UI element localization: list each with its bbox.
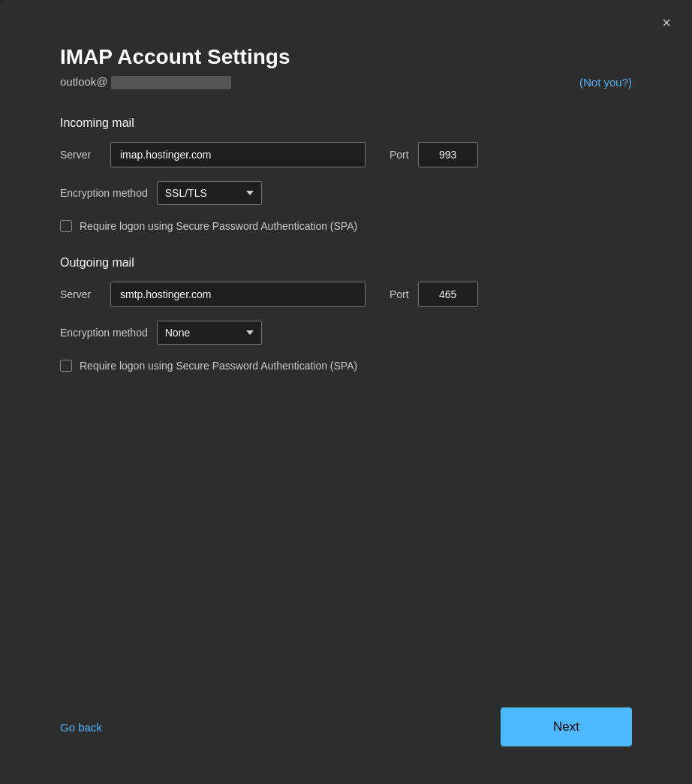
email-display: outlook@	[60, 75, 231, 89]
outgoing-mail-section: Outgoing mail Server Port Encryption met…	[60, 256, 632, 396]
subtitle-row: outlook@ (Not you?)	[60, 75, 632, 89]
incoming-mail-section: Incoming mail Server Port Encryption met…	[60, 116, 632, 256]
close-button[interactable]: ×	[656, 12, 677, 33]
incoming-port-input[interactable]	[418, 142, 478, 167]
incoming-server-row: Server Port	[60, 142, 632, 167]
dialog-title: IMAP Account Settings	[60, 45, 632, 69]
outgoing-encryption-select[interactable]: None SSL/TLS STARTTLS	[157, 321, 262, 345]
email-mask	[111, 76, 231, 89]
incoming-server-input[interactable]	[110, 142, 366, 167]
outgoing-server-input[interactable]	[110, 282, 366, 307]
outgoing-server-row: Server Port	[60, 282, 632, 307]
incoming-server-label: Server	[60, 149, 101, 161]
dialog-content: IMAP Account Settings outlook@ (Not you?…	[0, 0, 692, 692]
incoming-spa-row: Require logon using Secure Password Auth…	[60, 220, 632, 232]
incoming-encryption-select[interactable]: None SSL/TLS STARTTLS	[157, 181, 262, 205]
dialog-footer: Go back Next	[0, 692, 692, 784]
incoming-encryption-row: Encryption method None SSL/TLS STARTTLS	[60, 181, 632, 205]
incoming-encryption-label: Encryption method	[60, 187, 148, 199]
outgoing-spa-checkbox[interactable]	[60, 360, 72, 372]
outgoing-encryption-row: Encryption method None SSL/TLS STARTTLS	[60, 321, 632, 345]
outgoing-spa-label: Require logon using Secure Password Auth…	[80, 360, 357, 372]
outgoing-port-label: Port	[390, 288, 409, 300]
outgoing-section-label: Outgoing mail	[60, 256, 632, 270]
incoming-port-label: Port	[390, 149, 409, 161]
next-button[interactable]: Next	[501, 707, 632, 746]
imap-account-settings-dialog: × IMAP Account Settings outlook@ (Not yo…	[0, 0, 692, 784]
incoming-spa-label: Require logon using Secure Password Auth…	[80, 220, 357, 232]
outgoing-server-label: Server	[60, 288, 101, 300]
incoming-section-label: Incoming mail	[60, 116, 632, 130]
incoming-spa-checkbox[interactable]	[60, 220, 72, 232]
go-back-link[interactable]: Go back	[60, 721, 102, 734]
outgoing-spa-row: Require logon using Secure Password Auth…	[60, 360, 632, 372]
outgoing-port-input[interactable]	[418, 282, 478, 307]
outgoing-encryption-label: Encryption method	[60, 327, 148, 339]
not-you-link[interactable]: (Not you?)	[579, 76, 632, 89]
